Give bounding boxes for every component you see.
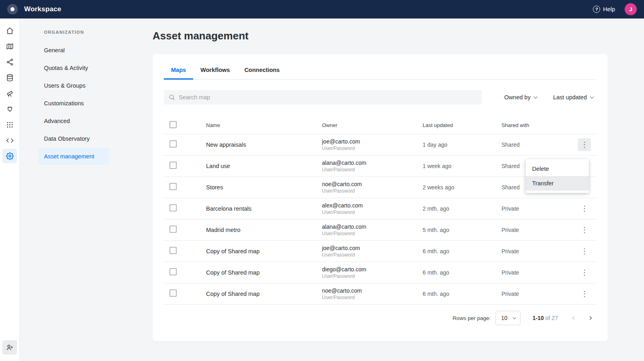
row-menu-button[interactable]: ⋮ (578, 245, 591, 258)
tab-maps[interactable]: Maps (164, 61, 193, 79)
owner-auth-type: User/Password (322, 167, 423, 172)
map-name[interactable]: New appraisals (206, 142, 322, 148)
home-icon[interactable] (2, 23, 17, 38)
header-last-updated: Last updated (423, 122, 502, 128)
table-header: Name Owner Last updated Shared with (164, 117, 597, 134)
row-checkbox[interactable] (169, 140, 177, 148)
sidebar-item-advanced[interactable]: Advanced (38, 113, 109, 129)
page-range-total: of 27 (545, 315, 558, 321)
filter-owned-by-label: Owned by (504, 94, 530, 101)
menu-item-transfer[interactable]: Transfer (526, 176, 589, 191)
page-range: 1-10 of 27 (533, 315, 558, 321)
filter-last-updated[interactable]: Last updated (553, 94, 593, 101)
last-updated-value: 1 day ago (423, 142, 502, 148)
header-name: Name (206, 122, 322, 128)
previous-page-button[interactable] (568, 312, 580, 324)
applications-icon[interactable] (2, 117, 17, 132)
table-row: Madrid metro alana@carto.com User/Passwo… (164, 219, 597, 241)
developers-icon[interactable] (2, 133, 17, 148)
help-button[interactable]: ? Help (593, 6, 615, 13)
shared-with-value: Private (502, 291, 578, 297)
chevron-left-icon (571, 315, 576, 321)
row-menu-button[interactable]: ⋮ (578, 202, 591, 215)
next-page-button[interactable] (584, 312, 597, 324)
owner-auth-type: User/Password (322, 188, 423, 194)
chevron-down-icon (534, 94, 538, 98)
map-name[interactable]: Land use (206, 163, 322, 169)
map-name[interactable]: Copy of Shared map (206, 269, 322, 276)
filter-last-updated-label: Last updated (553, 94, 587, 101)
sidebar-section-label: ORGANIZATION (44, 30, 142, 35)
settings-icon[interactable] (2, 149, 17, 163)
row-menu-button[interactable]: ⋮ (578, 287, 591, 300)
owner-auth-type: User/Password (322, 295, 423, 300)
table-row: Copy of Shared map diego@carto.com User/… (164, 262, 597, 283)
table-row: Barcelona rentals alex@carto.com User/Pa… (164, 198, 597, 219)
table-row: Copy of Shared map noe@carto.com User/Pa… (164, 283, 597, 305)
sidebar-item-general[interactable]: General (38, 42, 109, 59)
row-checkbox[interactable] (169, 289, 177, 297)
icon-rail (0, 18, 20, 361)
row-checkbox[interactable] (169, 204, 177, 211)
owner-auth-type: User/Password (322, 273, 423, 279)
row-checkbox[interactable] (169, 162, 177, 169)
map-name[interactable]: Copy of Shared map (206, 291, 322, 297)
last-updated-value: 6 mth. ago (423, 291, 502, 297)
search-box (164, 90, 482, 105)
owner-email: alana@carto.com (322, 160, 423, 166)
map-name[interactable]: Barcelona rentals (206, 205, 322, 212)
maps-icon[interactable] (2, 39, 17, 53)
search-icon (169, 94, 175, 101)
avatar[interactable]: J (625, 3, 637, 15)
shared-with-value: Shared (502, 142, 578, 148)
connections-icon[interactable] (2, 102, 17, 116)
sidebar-item-users-groups[interactable]: Users & Groups (38, 77, 109, 94)
owner-email: noe@carto.com (322, 287, 423, 294)
page-title: Asset management (153, 30, 608, 42)
sidebar-item-customizations[interactable]: Customizations (38, 95, 109, 112)
row-menu-button[interactable]: ⋮ (578, 138, 591, 151)
workspace-logo-icon (7, 4, 18, 14)
header-shared-with: Shared with (502, 122, 578, 128)
help-label: Help (603, 6, 615, 12)
menu-item-delete[interactable]: Delete (526, 162, 589, 176)
sidebar-item-quotas-activity[interactable]: Quotas & Activity (38, 59, 109, 76)
filter-owned-by[interactable]: Owned by (504, 94, 537, 101)
row-menu-button[interactable]: ⋮ (578, 224, 591, 236)
shared-with-value: Private (502, 205, 578, 212)
header-owner: Owner (322, 122, 423, 128)
owner-email: diego@carto.com (322, 266, 423, 273)
page-range-current: 1-10 (533, 315, 544, 321)
row-checkbox[interactable] (169, 247, 177, 254)
table-row: Copy of Shared map joe@carto.com User/Pa… (164, 241, 597, 262)
select-all-checkbox[interactable] (169, 121, 177, 128)
owner-auth-type: User/Password (322, 252, 423, 258)
chevron-down-icon (590, 94, 594, 98)
last-updated-value: 6 mth. ago (423, 248, 502, 254)
rows-per-page-select[interactable]: 10 (495, 311, 520, 325)
row-context-menu: Delete Transfer (526, 159, 589, 193)
tab-workflows[interactable]: Workflows (193, 61, 237, 79)
last-updated-value: 1 week ago (423, 163, 502, 169)
sidebar-item-asset-management[interactable]: Asset management (38, 148, 109, 165)
invite-user-icon[interactable] (2, 340, 17, 355)
map-name[interactable]: Copy of Shared map (206, 248, 322, 254)
map-name[interactable]: Madrid metro (206, 227, 322, 233)
workspace-title: Workspace (24, 5, 61, 13)
search-input[interactable] (179, 94, 477, 101)
telescope-icon[interactable] (2, 86, 17, 101)
sidebar: ORGANIZATION General Quotas & Activity U… (20, 18, 142, 361)
sidebar-item-data-observatory[interactable]: Data Observatory (38, 130, 109, 147)
row-checkbox[interactable] (169, 268, 177, 275)
chevron-down-icon (513, 316, 516, 319)
owner-auth-type: User/Password (322, 146, 423, 151)
row-checkbox[interactable] (169, 183, 177, 190)
tab-connections[interactable]: Connections (237, 61, 287, 79)
row-checkbox[interactable] (169, 226, 177, 233)
map-name[interactable]: Stores (206, 184, 322, 191)
owner-auth-type: User/Password (322, 231, 423, 236)
owner-email: joe@carto.com (322, 138, 423, 145)
workflows-icon[interactable] (2, 55, 17, 69)
data-explorer-icon[interactable] (2, 70, 17, 85)
row-menu-button[interactable]: ⋮ (578, 266, 591, 279)
